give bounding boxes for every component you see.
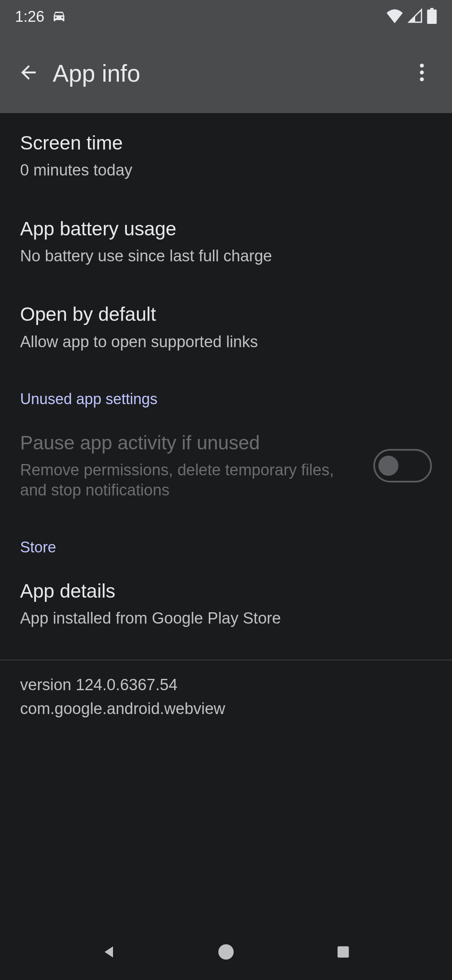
car-icon (52, 9, 66, 25)
svg-point-0 (420, 64, 424, 67)
item-title: Open by default (20, 303, 432, 326)
item-subtitle: 0 minutes today (20, 160, 432, 181)
item-subtitle: No battery use since last full charge (20, 246, 432, 266)
item-title: App battery usage (20, 217, 432, 240)
signal-icon (408, 8, 423, 25)
triangle-back-icon (100, 944, 117, 962)
circle-home-icon (217, 943, 235, 963)
item-subtitle: Remove permissions, delete temporary fil… (20, 460, 363, 500)
toggle-knob (378, 456, 398, 476)
svg-point-1 (420, 70, 424, 74)
item-title: Pause app activity if unused (20, 431, 363, 454)
navigation-bar (0, 926, 452, 980)
item-subtitle: App installed from Google Play Store (20, 609, 432, 629)
app-bar: App info (0, 34, 452, 113)
content: Screen time 0 minutes today App battery … (0, 113, 452, 733)
square-recent-icon (336, 944, 351, 961)
footer-info: version 124.0.6367.54 com.google.android… (20, 660, 432, 733)
version-text: version 124.0.6367.54 (20, 673, 432, 697)
nav-back-button[interactable] (75, 932, 142, 974)
nav-home-button[interactable] (193, 932, 259, 974)
status-bar: 1:26 (0, 0, 452, 34)
arrow-back-icon (18, 62, 39, 85)
more-button[interactable] (402, 53, 442, 93)
nav-recent-button[interactable] (310, 932, 377, 974)
pause-activity-toggle (373, 449, 432, 482)
screen-time-item[interactable]: Screen time 0 minutes today (20, 113, 432, 199)
status-left: 1:26 (15, 8, 66, 26)
battery-usage-item[interactable]: App battery usage No battery use since l… (20, 199, 432, 285)
open-by-default-item[interactable]: Open by default Allow app to open suppor… (20, 284, 432, 370)
item-subtitle: Allow app to open supported links (20, 332, 432, 352)
item-title: Screen time (20, 132, 432, 155)
status-time: 1:26 (15, 8, 44, 26)
app-details-item[interactable]: App details App installed from Google Pl… (20, 561, 432, 647)
svg-rect-4 (338, 946, 349, 958)
wifi-icon (386, 8, 403, 25)
svg-point-2 (420, 77, 424, 81)
item-title: App details (20, 580, 432, 603)
back-button[interactable] (8, 53, 49, 93)
section-store: Store (20, 518, 432, 561)
page-title: App info (53, 59, 140, 87)
pause-activity-item: Pause app activity if unused Remove perm… (20, 413, 432, 518)
package-text: com.google.android.webview (20, 697, 432, 721)
status-right (386, 8, 437, 26)
section-unused-apps: Unused app settings (20, 370, 432, 413)
battery-icon (427, 8, 437, 26)
more-vert-icon (420, 64, 424, 83)
svg-point-3 (218, 944, 234, 960)
